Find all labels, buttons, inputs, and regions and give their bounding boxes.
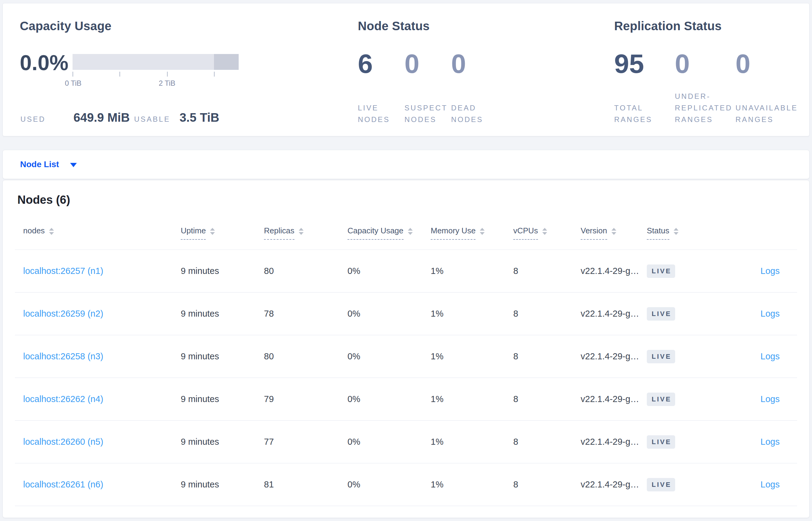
used-value: 649.9 MiB <box>73 111 134 124</box>
table-row: localhost:26257 (n1) 9 minutes 80 0% 1% … <box>15 250 797 293</box>
unavailable-ranges-metric: 0 UNAVAILABLE RANGES <box>736 49 796 126</box>
version-cell: v22.1.4-29-g… <box>581 394 647 404</box>
node-status-title: Node Status <box>358 19 430 33</box>
node-link[interactable]: localhost:26259 (n2) <box>23 309 103 318</box>
replication-status-title: Replication Status <box>614 19 722 33</box>
node-link[interactable]: localhost:26261 (n6) <box>23 479 103 489</box>
column-header-memory-use[interactable]: Memory Use <box>431 226 485 240</box>
status-badge: LIVE <box>647 265 675 278</box>
used-label: USED <box>20 115 73 123</box>
version-cell: v22.1.4-29-g… <box>581 309 647 319</box>
vcpus-cell: 8 <box>513 352 581 361</box>
capacity-usage-section: Capacity Usage 0.0% 0 TiB 2 TiB USED 649… <box>20 3 282 136</box>
uptime-cell: 9 minutes <box>181 309 264 319</box>
total-ranges-metric: 95 TOTAL RANGES <box>614 49 675 126</box>
memory-use-cell: 1% <box>431 309 513 319</box>
capacity-bar-track <box>73 54 239 70</box>
capacity-usage-footer: USED 649.9 MiB USABLE 3.5 TiB <box>20 111 219 124</box>
table-header-row: nodes Uptime Replicas Capacity Usage Mem… <box>15 216 797 250</box>
capacity-axis-label: 0 TiB <box>65 79 82 88</box>
node-link[interactable]: localhost:26258 (n3) <box>23 352 103 361</box>
sort-icon[interactable] <box>480 228 485 235</box>
under-replicated-ranges-metric: 0 UNDER-REPLICATED RANGES <box>675 49 736 126</box>
live-nodes-value: 6 <box>358 49 404 78</box>
memory-use-cell: 1% <box>431 394 513 404</box>
column-header-uptime[interactable]: Uptime <box>181 226 215 240</box>
under-replicated-ranges-value: 0 <box>675 49 736 78</box>
dead-nodes-metric: 0 DEAD NODES <box>451 49 498 126</box>
total-ranges-label: TOTAL RANGES <box>614 80 675 126</box>
memory-use-cell: 1% <box>431 479 513 490</box>
live-nodes-label: LIVE NODES <box>358 80 404 126</box>
suspect-nodes-value: 0 <box>404 49 451 78</box>
status-badge: LIVE <box>647 392 675 406</box>
capacity-axis-label: 2 TiB <box>159 79 175 88</box>
table-row: localhost:26258 (n3) 9 minutes 80 0% 1% … <box>15 335 797 378</box>
chevron-down-icon <box>70 163 77 167</box>
vcpus-cell: 8 <box>513 266 581 276</box>
usable-label: USABLE <box>134 115 180 123</box>
view-selector-bar: Node List <box>2 150 810 179</box>
vcpus-cell: 8 <box>513 309 581 319</box>
total-ranges-value: 95 <box>614 49 675 78</box>
table-row: localhost:26259 (n2) 9 minutes 78 0% 1% … <box>15 293 797 335</box>
version-cell: v22.1.4-29-g… <box>581 352 647 361</box>
logs-link[interactable]: Logs <box>761 479 780 489</box>
table-row: localhost:26262 (n4) 9 minutes 79 0% 1% … <box>15 378 797 421</box>
uptime-cell: 9 minutes <box>181 352 264 361</box>
capacity-usage-cell: 0% <box>348 394 431 404</box>
node-status-metrics: 6 LIVE NODES 0 SUSPECT NODES 0 DEAD NODE… <box>358 49 498 126</box>
memory-use-cell: 1% <box>431 266 513 276</box>
node-link[interactable]: localhost:26260 (n5) <box>23 437 103 447</box>
suspect-nodes-metric: 0 SUSPECT NODES <box>404 49 451 126</box>
node-list-dropdown-label: Node List <box>20 160 59 169</box>
usable-value: 3.5 TiB <box>180 111 219 124</box>
capacity-usage-cell: 0% <box>348 266 431 276</box>
uptime-cell: 9 minutes <box>181 394 264 404</box>
logs-link[interactable]: Logs <box>761 437 780 447</box>
capacity-used-percent: 0.0% <box>20 50 69 76</box>
capacity-usage-title: Capacity Usage <box>20 19 112 33</box>
column-header-version[interactable]: Version <box>581 226 616 240</box>
sort-icon[interactable] <box>210 228 215 235</box>
sort-icon[interactable] <box>299 228 304 235</box>
node-status-section: Node Status 6 LIVE NODES 0 SUSPECT NODES… <box>358 3 590 136</box>
replicas-cell: 77 <box>264 437 348 447</box>
dead-nodes-label: DEAD NODES <box>451 80 498 126</box>
version-cell: v22.1.4-29-g… <box>581 437 647 447</box>
replicas-cell: 78 <box>264 309 348 319</box>
cluster-summary-card: Capacity Usage 0.0% 0 TiB 2 TiB USED 649… <box>2 3 810 136</box>
capacity-bar-reserved-segment <box>214 54 239 70</box>
sort-icon[interactable] <box>542 228 547 235</box>
sort-icon[interactable] <box>612 228 616 235</box>
logs-link[interactable]: Logs <box>761 266 780 276</box>
sort-icon[interactable] <box>674 228 678 235</box>
status-badge: LIVE <box>647 350 675 363</box>
uptime-cell: 9 minutes <box>181 479 264 490</box>
logs-link[interactable]: Logs <box>761 309 780 318</box>
sort-icon[interactable] <box>49 228 54 235</box>
uptime-cell: 9 minutes <box>181 437 264 447</box>
column-header-vcpus[interactable]: vCPUs <box>513 226 547 240</box>
node-list-dropdown[interactable]: Node List <box>3 150 809 179</box>
column-header-replicas[interactable]: Replicas <box>264 226 304 240</box>
vcpus-cell: 8 <box>513 437 581 447</box>
column-header-nodes[interactable]: nodes <box>23 226 54 240</box>
sort-icon[interactable] <box>408 228 413 235</box>
node-link[interactable]: localhost:26257 (n1) <box>23 266 103 276</box>
capacity-axis-tick <box>167 72 168 76</box>
capacity-axis-tick <box>214 72 215 76</box>
memory-use-cell: 1% <box>431 352 513 361</box>
replication-status-section: Replication Status 95 TOTAL RANGES 0 UND… <box>614 3 809 136</box>
replicas-cell: 80 <box>264 352 348 361</box>
unavailable-ranges-value: 0 <box>736 49 796 78</box>
status-badge: LIVE <box>647 435 675 449</box>
logs-link[interactable]: Logs <box>761 352 780 361</box>
node-link[interactable]: localhost:26262 (n4) <box>23 394 103 404</box>
column-header-status[interactable]: Status <box>647 226 678 240</box>
under-replicated-ranges-label: UNDER-REPLICATED RANGES <box>675 80 736 126</box>
capacity-usage-cell: 0% <box>348 479 431 490</box>
unavailable-ranges-label: UNAVAILABLE RANGES <box>736 80 796 126</box>
column-header-capacity-usage[interactable]: Capacity Usage <box>348 226 413 240</box>
logs-link[interactable]: Logs <box>761 394 780 404</box>
